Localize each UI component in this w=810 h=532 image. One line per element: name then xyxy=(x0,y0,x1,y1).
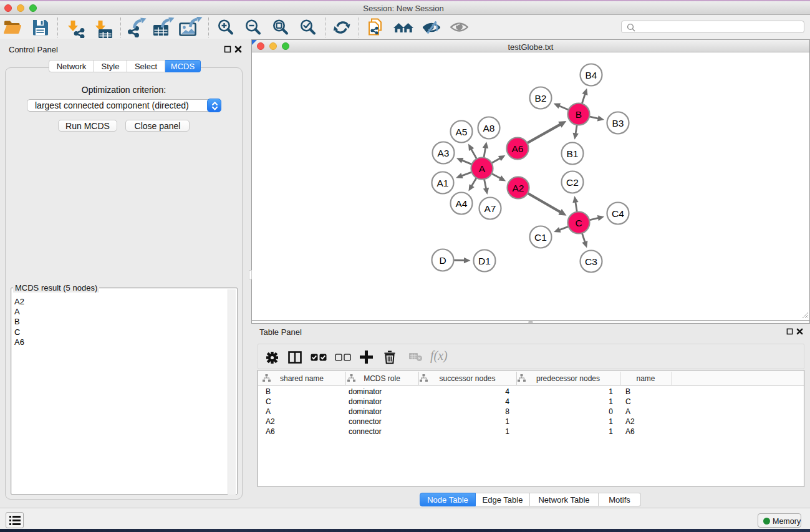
svg-text:D1: D1 xyxy=(478,256,491,266)
svg-text:C2: C2 xyxy=(566,177,579,188)
svg-text:B: B xyxy=(576,109,582,120)
svg-text:B2: B2 xyxy=(535,93,547,104)
svg-text:B4: B4 xyxy=(586,70,597,80)
svg-text:A8: A8 xyxy=(483,123,495,133)
svg-text:B3: B3 xyxy=(612,118,624,128)
svg-text:C4: C4 xyxy=(612,208,624,219)
svg-text:A5: A5 xyxy=(456,127,468,137)
svg-text:A3: A3 xyxy=(438,148,450,158)
svg-text:A2: A2 xyxy=(513,183,524,193)
svg-text:A6: A6 xyxy=(512,143,524,154)
svg-text:B1: B1 xyxy=(567,148,579,159)
svg-text:A4: A4 xyxy=(456,198,468,209)
svg-text:f(x): f(x) xyxy=(430,349,448,363)
svg-text:A1: A1 xyxy=(437,178,449,188)
svg-text:A7: A7 xyxy=(485,203,496,214)
svg-text:C1: C1 xyxy=(534,232,547,243)
svg-text:D: D xyxy=(439,255,446,266)
svg-text:C3: C3 xyxy=(585,256,597,267)
svg-text:A: A xyxy=(479,163,486,174)
svg-text:C: C xyxy=(575,218,582,228)
